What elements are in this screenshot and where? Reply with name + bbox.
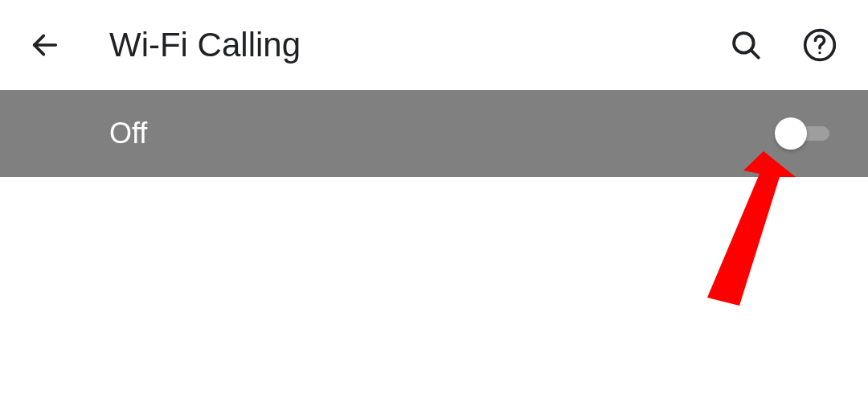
help-icon xyxy=(802,27,837,63)
wifi-calling-switch[interactable] xyxy=(781,124,829,143)
app-bar: Wi-Fi Calling xyxy=(0,0,868,90)
arrow-back-icon xyxy=(29,29,61,61)
help-button[interactable] xyxy=(797,23,842,68)
wifi-calling-state-label: Off xyxy=(109,117,781,150)
svg-line-2 xyxy=(751,51,759,58)
search-button[interactable] xyxy=(723,23,768,68)
page-title: Wi-Fi Calling xyxy=(109,26,723,64)
search-icon xyxy=(729,28,763,62)
wifi-calling-toggle-row[interactable]: Off xyxy=(0,90,868,177)
header-actions xyxy=(723,23,842,68)
switch-thumb xyxy=(775,117,807,150)
svg-point-4 xyxy=(818,51,821,54)
back-button[interactable] xyxy=(19,19,71,71)
